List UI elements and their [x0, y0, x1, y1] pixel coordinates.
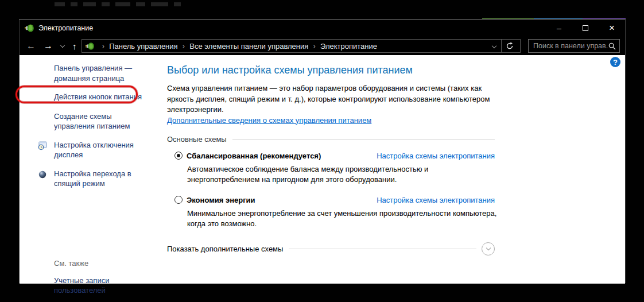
display-clock-icon: [38, 141, 48, 150]
breadcrumb-all-items[interactable]: Все элементы панели управления: [189, 42, 308, 51]
sidebar-item-label: Действия кнопок питания: [54, 92, 142, 101]
sidebar-item-sleep-settings[interactable]: Настройка перехода в спящий режим: [35, 169, 150, 189]
plan-name: Экономия энергии: [187, 196, 255, 204]
recent-pages-dropdown-icon[interactable]: [60, 42, 65, 47]
help-button[interactable]: ?: [610, 57, 620, 67]
expand-plans-button[interactable]: [482, 242, 495, 255]
sidebar-item-user-accounts[interactable]: Учетные записи пользователей: [35, 276, 150, 296]
sidebar-item-label: Настройка перехода в спящий режим: [54, 169, 131, 188]
main-panel: Выбор или настройка схемы управления пит…: [167, 64, 495, 255]
help-icon: ?: [613, 58, 618, 67]
sidebar-item-label: Создание схемы управления питанием: [54, 112, 130, 131]
sidebar-item-label: Учетные записи пользователей: [54, 276, 109, 295]
desktop-background: Электропитание – × ← → ↑: [0, 0, 644, 302]
balanced-radio-button[interactable]: [174, 152, 183, 160]
show-additional-plans-label: Показать дополнительные схемы: [167, 245, 283, 253]
navigation-bar: ← → ↑ › Панель управления › Все элементы…: [20, 37, 625, 55]
power-options-app-icon: [25, 24, 34, 33]
window-title: Электропитание: [38, 24, 93, 32]
sidebar-item-label: Панель управления — домашняя страница: [54, 64, 132, 83]
background-artifact-text: [55, 2, 181, 7]
search-icon: [608, 42, 616, 50]
show-additional-plans-row: Показать дополнительные схемы: [167, 242, 495, 255]
search-placeholder: Поиск в панели управ...: [533, 42, 608, 50]
address-bar[interactable]: › Панель управления › Все элементы панел…: [82, 39, 521, 53]
power-plan-balanced: Сбалансированная (рекомендуется) Настрой…: [174, 152, 495, 185]
power-saver-radio-button[interactable]: [174, 196, 183, 204]
plan-description: Автоматическое соблюдение баланса между …: [187, 164, 497, 185]
sidebar-item-label: Настройка отключения дисплея: [54, 141, 134, 160]
plan-description: Минимальное энергопотребление за счет ум…: [187, 208, 497, 230]
back-button[interactable]: ←: [26, 41, 36, 51]
breadcrumb-power-options[interactable]: Электропитание: [320, 42, 377, 51]
sidebar-item-display-off-settings[interactable]: Настройка отключения дисплея: [35, 140, 150, 160]
page-title: Выбор или настройка схемы управления пит…: [167, 64, 495, 76]
see-also-heading: См. также: [35, 259, 150, 268]
breadcrumb-separator-icon: ›: [102, 41, 105, 51]
balanced-plan-settings-link[interactable]: Настройка схемы электропитания: [377, 152, 495, 160]
refresh-icon: [506, 42, 514, 50]
title-bar: Электропитание – ×: [20, 20, 625, 37]
chevron-down-icon: [486, 246, 490, 250]
address-history-dropdown-icon[interactable]: [492, 44, 496, 48]
minimize-button[interactable]: –: [546, 20, 572, 37]
breadcrumb-control-panel[interactable]: Панель управления: [109, 42, 177, 51]
power-saver-plan-settings-link[interactable]: Настройка схемы электропитания: [377, 196, 495, 204]
power-plan-power-saver: Экономия энергии Настройка схемы электро…: [174, 196, 495, 230]
close-button[interactable]: ×: [599, 20, 625, 37]
section-divider: [232, 139, 495, 140]
section-label: Основные схемы: [167, 135, 227, 144]
refresh-button[interactable]: [502, 40, 518, 52]
maximize-icon: [583, 25, 588, 31]
sleep-orb-icon: [38, 169, 48, 179]
sidebar: Панель управления — домашняя страница Де…: [35, 63, 150, 302]
page-description: Схема управления питанием — это набор па…: [167, 83, 495, 115]
plan-name: Сбалансированная (рекомендуется): [187, 152, 321, 160]
content-area: Панель управления — домашняя страница Де…: [20, 55, 625, 284]
window-controls: – ×: [546, 20, 625, 37]
search-input[interactable]: Поиск в панели управ...: [528, 39, 620, 53]
breadcrumb-separator-icon: ›: [183, 41, 185, 51]
more-info-link[interactable]: Дополнительные сведения о схемах управле…: [167, 116, 371, 125]
power-options-window: Электропитание – × ← → ↑: [19, 19, 626, 283]
breadcrumb-separator-icon: ›: [313, 41, 316, 51]
sidebar-item-power-button-actions[interactable]: Действия кнопок питания: [35, 92, 150, 102]
forward-button[interactable]: →: [44, 41, 53, 51]
show-additional-divider: [289, 249, 476, 249]
close-icon: ×: [609, 22, 615, 34]
preferred-plans-section: Основные схемы: [167, 135, 495, 144]
maximize-button[interactable]: [572, 20, 599, 37]
minimize-icon: –: [557, 24, 561, 33]
sidebar-item-create-power-plan[interactable]: Создание схемы управления питанием: [35, 111, 150, 131]
breadcrumb-app-icon: [86, 42, 94, 51]
sidebar-item-control-panel-home[interactable]: Панель управления — домашняя страница: [35, 63, 150, 83]
up-button[interactable]: ↑: [72, 41, 77, 51]
